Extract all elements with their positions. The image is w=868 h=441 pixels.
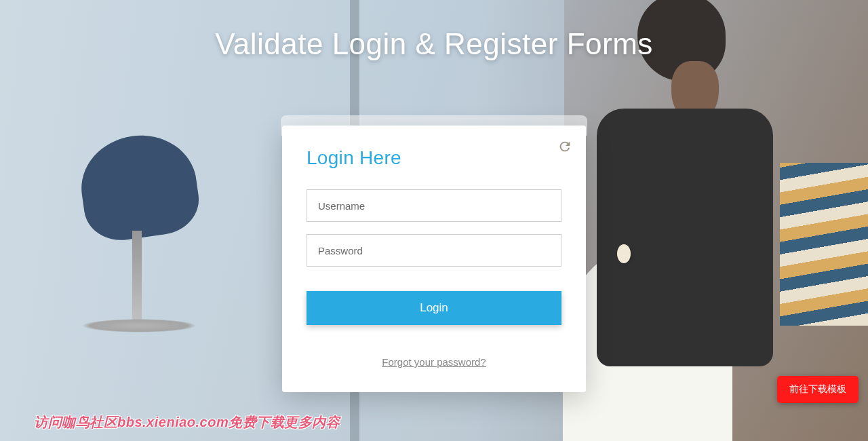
login-button[interactable]: Login — [307, 291, 561, 325]
reload-icon[interactable] — [557, 139, 572, 154]
download-template-button[interactable]: 前往下载模板 — [777, 376, 859, 403]
card-title: Login Here — [307, 147, 561, 169]
username-input[interactable] — [307, 189, 561, 222]
login-card: Login Here Login Forgot your password? — [282, 126, 586, 392]
page-title: Validate Login & Register Forms — [0, 0, 868, 61]
password-input[interactable] — [307, 234, 561, 267]
watermark-part1: 访问咖鸟社区 — [34, 415, 117, 429]
watermark-text: 访问咖鸟社区bbs.xieniao.com免费下载更多内容 — [34, 413, 340, 432]
watermark-part3: 免费下载更多内容 — [229, 415, 340, 429]
watermark-part2: bbs.xieniao.com — [117, 415, 229, 429]
forgot-password-link[interactable]: Forgot your password? — [307, 356, 561, 368]
